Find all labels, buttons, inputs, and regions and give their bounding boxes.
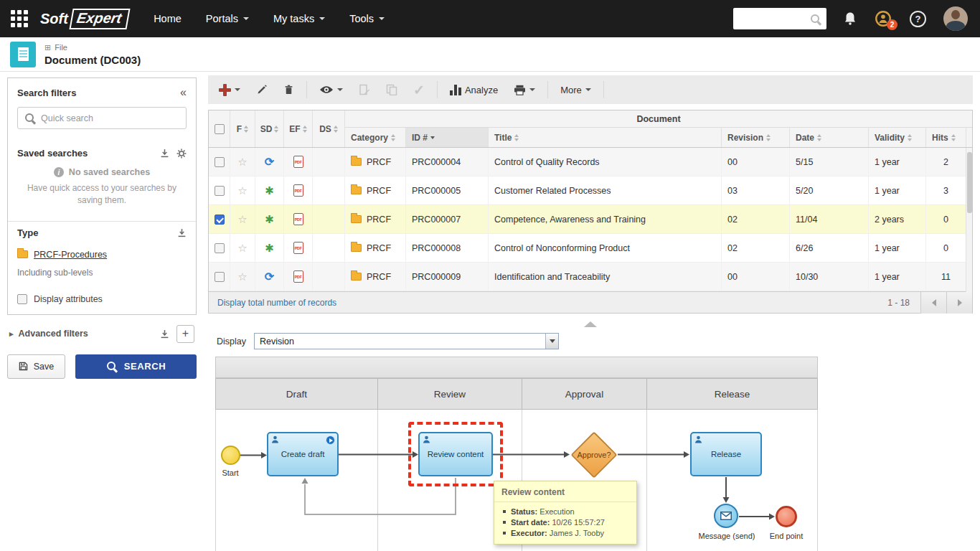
display-select-dropdown-button[interactable] bbox=[545, 334, 558, 349]
column-header-id[interactable]: ID # bbox=[406, 128, 489, 147]
row-checkbox-checked[interactable] bbox=[215, 215, 225, 225]
pdf-file-icon[interactable]: PDF bbox=[293, 156, 303, 168]
search-button[interactable]: SEARCH bbox=[75, 354, 197, 379]
message-send-event-node[interactable] bbox=[714, 504, 738, 528]
nav-tools[interactable]: Tools bbox=[337, 0, 397, 37]
global-search-input[interactable] bbox=[739, 14, 810, 24]
analyze-label: Analyze bbox=[465, 85, 498, 95]
type-import-button[interactable] bbox=[177, 228, 187, 237]
plus-icon: + bbox=[182, 327, 189, 340]
more-button[interactable]: More bbox=[552, 75, 599, 104]
table-row-selected[interactable]: ☆ ✱ PDF PRCF PRC000007 Competence, Aware… bbox=[209, 205, 972, 234]
edit-record-button[interactable] bbox=[248, 75, 275, 104]
advanced-filters-toggle[interactable]: ▸ Advanced filters bbox=[9, 329, 153, 339]
notifications-bell-button[interactable] bbox=[844, 11, 857, 26]
tasks-count-badge: 2 bbox=[887, 19, 897, 30]
scrollbar-thumb[interactable] bbox=[967, 152, 972, 213]
add-record-button[interactable] bbox=[211, 75, 248, 104]
folder-icon bbox=[351, 273, 362, 281]
edit-file-button-disabled bbox=[351, 75, 378, 104]
pdf-file-icon[interactable]: PDF bbox=[293, 270, 303, 283]
select-all-checkbox[interactable] bbox=[215, 124, 225, 134]
column-header-validity[interactable]: Validity bbox=[869, 128, 926, 147]
printer-icon bbox=[514, 85, 526, 95]
grid-scrollbar[interactable] bbox=[966, 148, 972, 292]
add-filter-button[interactable]: + bbox=[176, 325, 194, 343]
save-search-button[interactable]: Save bbox=[7, 354, 65, 379]
view-record-button[interactable] bbox=[311, 75, 351, 104]
pdf-file-icon[interactable]: PDF bbox=[293, 213, 303, 225]
table-row[interactable]: ☆ ✱ PDF PRCF PRC000008 Control of Noncon… bbox=[209, 234, 972, 263]
favorite-star-icon[interactable]: ☆ bbox=[237, 242, 247, 255]
favorite-star-icon[interactable]: ☆ bbox=[237, 184, 247, 197]
softexpert-logo[interactable]: Soft Expert bbox=[40, 9, 128, 29]
envelope-icon bbox=[720, 512, 732, 520]
release-task-node[interactable]: Release bbox=[690, 432, 762, 476]
review-content-task-node[interactable]: Review content bbox=[418, 432, 493, 476]
sort-icon-active bbox=[430, 136, 435, 139]
type-category-link[interactable]: PRCF-Procedures bbox=[34, 250, 107, 260]
tooltip-status-item: Status: Execution bbox=[503, 507, 631, 516]
pdf-file-icon[interactable]: PDF bbox=[293, 242, 303, 254]
previous-page-button[interactable] bbox=[920, 292, 946, 314]
nav-home[interactable]: Home bbox=[141, 0, 194, 37]
pdf-file-icon[interactable]: PDF bbox=[293, 184, 303, 197]
end-event-node[interactable] bbox=[776, 506, 797, 527]
category-value: PRCF bbox=[367, 272, 391, 282]
help-button[interactable]: ? bbox=[910, 11, 926, 27]
column-header-date[interactable]: Date bbox=[790, 128, 869, 147]
process-flowchart: Draft Review Approval Release bbox=[215, 355, 818, 551]
row-checkbox[interactable] bbox=[215, 157, 225, 167]
delete-record-button[interactable] bbox=[275, 75, 302, 104]
person-icon bbox=[423, 435, 430, 443]
validity-value: 2 years bbox=[869, 205, 926, 233]
column-header-revision[interactable]: Revision bbox=[722, 128, 790, 147]
gear-icon bbox=[176, 149, 187, 159]
row-checkbox[interactable] bbox=[215, 272, 225, 282]
table-row[interactable]: ☆ ⟳ PDF PRCF PRC000004 Control of Qualit… bbox=[209, 148, 972, 176]
favorite-star-icon[interactable]: ☆ bbox=[237, 270, 247, 283]
analyze-button[interactable]: Analyze bbox=[442, 75, 506, 104]
splitter-handle-icon[interactable] bbox=[584, 321, 597, 327]
favorite-star-icon[interactable]: ☆ bbox=[237, 156, 247, 169]
collapse-sidebar-button[interactable]: « bbox=[180, 87, 187, 98]
column-header-title[interactable]: Title bbox=[489, 128, 722, 147]
display-selector-row: Display Revision bbox=[217, 333, 559, 349]
column-header-hits[interactable]: Hits bbox=[926, 128, 966, 147]
nav-my-tasks[interactable]: My tasks bbox=[261, 0, 337, 37]
type-title: Type bbox=[17, 227, 170, 238]
display-total-link[interactable]: Display total number of records bbox=[209, 298, 887, 308]
favorite-star-icon[interactable]: ☆ bbox=[237, 213, 247, 226]
activity-tooltip: Review content Status: Execution Start d… bbox=[494, 481, 637, 545]
column-header-ef[interactable]: EF bbox=[284, 110, 313, 147]
row-checkbox[interactable] bbox=[215, 186, 225, 196]
advanced-import-button[interactable] bbox=[160, 329, 169, 339]
chevron-down-icon bbox=[529, 88, 535, 91]
row-checkbox[interactable] bbox=[215, 243, 225, 253]
validity-value: 1 year bbox=[869, 176, 926, 204]
table-row[interactable]: ☆ ✱ PDF PRCF PRC000005 Customer Related … bbox=[209, 176, 972, 205]
create-draft-task-node[interactable]: Create draft bbox=[267, 432, 339, 476]
table-row[interactable]: ☆ ⟳ PDF PRCF PRC000009 Identification an… bbox=[209, 263, 972, 291]
user-avatar[interactable] bbox=[943, 6, 968, 31]
next-page-button[interactable] bbox=[946, 292, 972, 314]
column-header-favorite[interactable]: F bbox=[230, 110, 255, 147]
revision-status-icon: ✱ bbox=[265, 242, 274, 255]
display-attributes-checkbox[interactable] bbox=[17, 294, 27, 304]
approve-gateway-node[interactable]: Approve? bbox=[570, 431, 618, 479]
column-header-ds[interactable]: DS bbox=[313, 110, 345, 147]
pending-tasks-button[interactable]: 2 bbox=[874, 9, 892, 28]
tooltip-executor-item: Executor: James J. Tooby bbox=[503, 529, 631, 537]
print-button[interactable] bbox=[506, 75, 543, 104]
import-saved-search-button[interactable] bbox=[160, 149, 169, 158]
column-header-sd[interactable]: SD bbox=[255, 110, 284, 147]
saved-search-settings-button[interactable] bbox=[176, 149, 187, 159]
apps-menu-icon[interactable] bbox=[11, 10, 28, 27]
start-event-node[interactable] bbox=[221, 446, 240, 465]
title-value: Customer Related Processes bbox=[489, 176, 722, 204]
column-header-category[interactable]: Category bbox=[345, 128, 406, 147]
display-select[interactable]: Revision bbox=[254, 333, 559, 349]
quick-search-input[interactable] bbox=[41, 113, 179, 123]
category-value: PRCF bbox=[367, 215, 391, 225]
nav-portals[interactable]: Portals bbox=[194, 0, 261, 37]
